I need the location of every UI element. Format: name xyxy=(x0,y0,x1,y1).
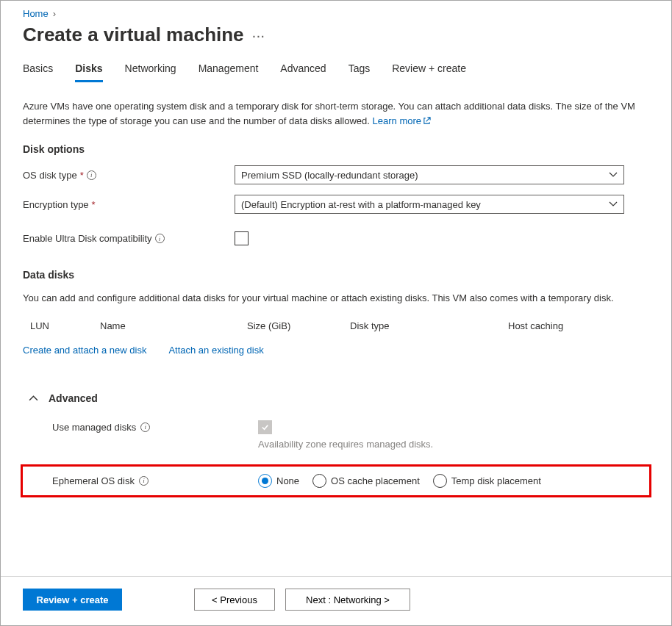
chevron-down-icon xyxy=(609,200,618,209)
more-menu-icon[interactable]: ... xyxy=(253,28,266,43)
page-title-text: Create a virtual machine xyxy=(23,24,244,46)
encryption-type-label: Encryption type * xyxy=(23,199,235,210)
column-host-caching: Host caching xyxy=(508,320,649,331)
ephemeral-os-disk-label: Ephemeral OS disk i xyxy=(52,474,258,486)
ephemeral-radio-group: None OS cache placement Temp disk placem… xyxy=(258,474,649,488)
use-managed-disks-label: Use managed disks i xyxy=(52,420,258,433)
tab-basics[interactable]: Basics xyxy=(23,60,53,82)
tab-tags[interactable]: Tags xyxy=(348,60,371,82)
tab-networking[interactable]: Networking xyxy=(125,60,176,82)
radio-label-cache: OS cache placement xyxy=(331,475,420,486)
disk-options-heading: Disk options xyxy=(23,143,649,155)
os-disk-type-value: Premium SSD (locally-redundant storage) xyxy=(241,170,418,181)
review-create-button[interactable]: Review + create xyxy=(23,589,122,611)
chevron-right-icon: › xyxy=(53,8,56,19)
info-icon[interactable]: i xyxy=(140,422,150,432)
info-icon[interactable]: i xyxy=(155,234,165,243)
os-disk-type-select[interactable]: Premium SSD (locally-redundant storage) xyxy=(235,165,624,184)
use-managed-disks-checkbox xyxy=(258,420,272,434)
next-button[interactable]: Next : Networking > xyxy=(285,589,410,611)
ephemeral-highlight: Ephemeral OS disk i None OS cache placem… xyxy=(21,464,651,497)
column-disk-type: Disk type xyxy=(350,320,508,331)
column-name: Name xyxy=(100,320,247,331)
create-new-disk-link[interactable]: Create and attach a new disk xyxy=(23,345,146,356)
attach-existing-disk-link[interactable]: Attach an existing disk xyxy=(168,345,263,356)
ephemeral-radio-none[interactable]: None xyxy=(258,474,299,488)
column-size: Size (GiB) xyxy=(247,320,350,331)
info-icon[interactable]: i xyxy=(139,476,149,486)
tab-disks[interactable]: Disks xyxy=(75,60,102,82)
info-icon[interactable]: i xyxy=(87,170,96,180)
tab-advanced[interactable]: Advanced xyxy=(280,60,326,82)
data-disks-table-header: LUN Name Size (GiB) Disk type Host cachi… xyxy=(23,316,649,339)
chevron-down-icon xyxy=(609,170,618,179)
learn-more-link[interactable]: Learn more xyxy=(373,115,431,126)
breadcrumb-home[interactable]: Home xyxy=(23,8,49,19)
os-disk-type-label: OS disk type * i xyxy=(23,170,235,181)
breadcrumb: Home › xyxy=(23,8,649,19)
radio-label-temp: Temp disk placement xyxy=(451,475,541,486)
disks-description: Azure VMs have one operating system disk… xyxy=(23,99,649,129)
advanced-heading-text: Advanced xyxy=(49,392,98,404)
radio-label-none: None xyxy=(276,475,299,486)
advanced-section-toggle[interactable]: Advanced xyxy=(23,392,649,404)
data-disks-heading: Data disks xyxy=(23,269,649,281)
disks-description-text: Azure VMs have one operating system disk… xyxy=(23,101,635,126)
external-link-icon xyxy=(423,115,431,129)
ultra-disk-label: Enable Ultra Disk compatibility i xyxy=(23,233,235,244)
page-title: Create a virtual machine ... xyxy=(23,24,649,46)
column-lun: LUN xyxy=(30,320,100,331)
ephemeral-radio-temp[interactable]: Temp disk placement xyxy=(433,474,541,488)
tabs: Basics Disks Networking Management Advan… xyxy=(23,60,649,83)
chevron-up-icon xyxy=(29,392,38,404)
ultra-disk-checkbox[interactable] xyxy=(235,231,249,245)
tab-review[interactable]: Review + create xyxy=(392,60,466,82)
encryption-type-select[interactable]: (Default) Encryption at-rest with a plat… xyxy=(235,195,624,214)
data-disks-description: You can add and configure additional dat… xyxy=(23,291,649,306)
wizard-footer: Review + create < Previous Next : Networ… xyxy=(1,576,671,625)
managed-disks-hint: Availability zone requires managed disks… xyxy=(258,439,649,450)
tab-management[interactable]: Management xyxy=(199,60,259,82)
encryption-type-value: (Default) Encryption at-rest with a plat… xyxy=(241,199,481,210)
ephemeral-radio-cache[interactable]: OS cache placement xyxy=(312,474,420,488)
previous-button[interactable]: < Previous xyxy=(194,589,275,611)
